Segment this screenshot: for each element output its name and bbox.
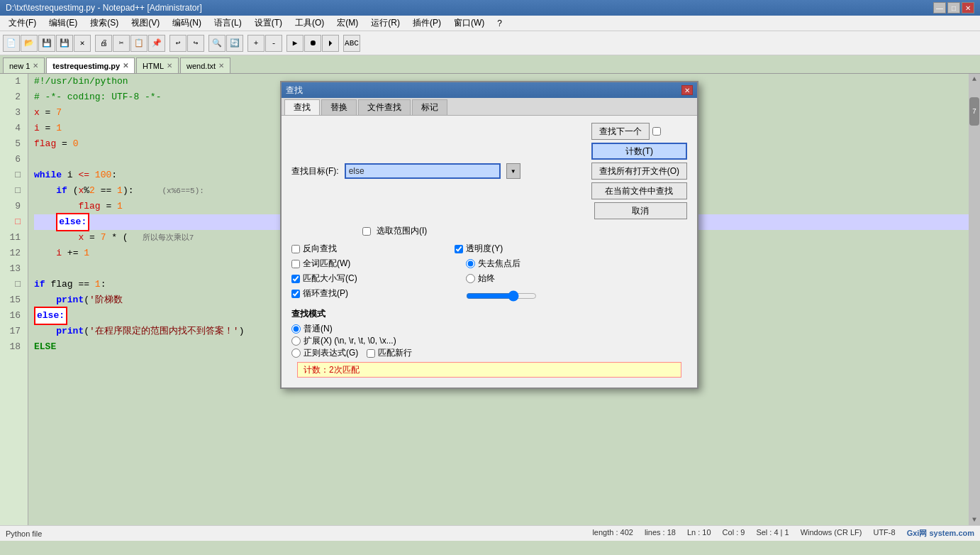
toolbar-save[interactable]: 💾 [38,35,55,52]
line12-1: 1 [84,246,89,261]
toolbar-open[interactable]: 📂 [21,35,38,52]
radio-always[interactable] [466,274,475,283]
line-numbers: 1 2 3 4 5 6 □ □ 9 □ 11 12 13 □ 15 16 17 … [0,74,28,525]
find-all-open-button[interactable]: 查找所有打开文件(O) [591,163,687,180]
tab-new1-close[interactable]: ✕ [33,62,38,70]
line9-indent [34,199,78,214]
radio-lose-focus[interactable] [466,259,475,268]
find-next-button[interactable]: 查找下一个 [591,123,650,140]
select-range-row: 选取范围内(I) [362,225,687,237]
menu-plugins[interactable]: 插件(P) [407,16,447,31]
toolbar-run[interactable]: ▶ [286,35,304,52]
line8-close: ): [123,183,134,199]
line-num-8: □ [0,183,23,199]
menu-search[interactable]: 搜索(S) [84,16,124,31]
toolbar-undo[interactable]: ↩ [169,35,186,52]
select-range-label: 选取范围内(I) [377,225,427,237]
toolbar-close[interactable]: ✕ [74,35,91,52]
minimize-button[interactable]: — [933,2,946,13]
line15-print: print [56,292,84,308]
transparency-slider[interactable] [466,290,537,302]
toolbar-find[interactable]: 🔍 [208,35,225,52]
close-button[interactable]: ✕ [962,2,974,13]
menu-view[interactable]: 视图(V) [126,16,165,31]
backward-label: 反向查找 [303,243,337,255]
always-label: 始终 [478,273,495,285]
editor-area: 1 2 3 4 5 6 □ □ 9 □ 11 12 13 □ 15 16 17 … [0,74,980,525]
status-bar: Python file length : 402 lines : 18 Ln :… [0,525,980,541]
line7-colon: : [111,167,117,183]
line12-op: += [62,246,84,261]
toolbar-save-all[interactable]: 💾 [56,35,73,52]
loop-checkbox[interactable] [291,290,300,298]
count-button[interactable]: 计数(T) [591,143,687,160]
tab-new1[interactable]: new 1 ✕ [3,57,45,73]
backward-checkbox[interactable] [291,245,300,253]
right-buttons: 查找下一个 计数(T) 查找所有打开文件(O) 在当前文件中查找 取消 [591,123,687,219]
radio-extended[interactable] [291,336,301,346]
transparency-checkbox[interactable] [455,245,463,253]
dialog-tab-find[interactable]: 查找 [284,99,320,115]
cancel-button[interactable]: 取消 [594,202,687,219]
menu-encode[interactable]: 编码(N) [167,16,207,31]
dialog-close-button[interactable]: ✕ [681,85,693,95]
toolbar-new[interactable]: 📄 [3,35,20,52]
line-num-10: □ [0,214,23,230]
toolbar-cut[interactable]: ✂ [113,35,130,52]
menu-help[interactable]: ? [491,17,508,30]
menu-macro[interactable]: 宏(M) [331,16,364,31]
line-num-11: 11 [0,230,23,246]
toolbar-zoom-out[interactable]: - [265,35,282,52]
toolbar-macro-play[interactable]: ⏵ [322,35,339,52]
line-num-2: 2 [0,89,23,105]
line-num-16: 16 [0,308,23,324]
dialog-tab-mark[interactable]: 标记 [412,99,447,115]
menu-edit[interactable]: 编辑(E) [43,16,83,31]
toolbar: 📄 📂 💾 💾 ✕ 🖨 ✂ 📋 📌 ↩ ↪ 🔍 🔄 + - ▶ ⏺ ⏵ ABC [0,31,980,55]
lose-focus-row: 失去焦点后 [466,258,537,270]
tab-html-close[interactable]: ✕ [167,62,172,70]
find-next-checkbox[interactable] [652,127,661,136]
ln-label: Ln : 10 [687,528,711,539]
menu-tools[interactable]: 工具(O) [289,16,330,31]
search-input[interactable] [345,163,501,179]
tab-wend[interactable]: wend.txt ✕ [180,57,230,73]
tab-html[interactable]: HTML ✕ [136,57,179,73]
tab-html-label: HTML [143,62,164,70]
dialog-title-bar: 查找 ✕ [282,82,697,98]
toolbar-paste[interactable]: 📌 [148,35,165,52]
search-dropdown[interactable]: ▼ [506,163,520,179]
toolbar-redo[interactable]: ↪ [187,35,204,52]
menu-settings[interactable]: 设置(T) [249,16,288,31]
toolbar-copy[interactable]: 📋 [130,35,147,52]
right-scrollbar[interactable]: ▲ 7 ▼ [969,74,980,525]
tab-testrequestimg-close[interactable]: ✕ [123,62,128,70]
menu-window[interactable]: 窗口(W) [448,16,490,31]
find-in-current-button[interactable]: 在当前文件中查找 [591,182,687,199]
toolbar-macro-rec[interactable]: ⏺ [304,35,321,52]
toolbar-replace[interactable]: 🔄 [226,35,243,52]
select-range-checkbox[interactable] [362,227,371,236]
title-bar: D:\txt\testrequestimg.py - Notepad++ [Ad… [0,0,980,16]
tab-testrequestimg[interactable]: testrequestimg.py ✕ [46,57,135,73]
toolbar-zoom-in[interactable]: + [247,35,265,52]
toolbar-spell[interactable]: ABC [343,35,360,52]
toolbar-print[interactable]: 🖨 [95,35,112,52]
maximize-button[interactable]: □ [947,2,960,13]
menu-lang[interactable]: 语言(L) [208,16,247,31]
lines-label: lines : 18 [645,528,676,539]
whole-word-checkbox[interactable] [291,260,300,268]
tab-wend-close[interactable]: ✕ [218,62,224,70]
line3-eq: = [40,105,56,121]
dialog-tab-file-find[interactable]: 文件查找 [358,99,411,115]
dialog-tab-replace[interactable]: 替换 [321,99,357,115]
match-case-checkbox[interactable] [291,275,300,283]
match-newline-checkbox[interactable] [367,349,375,358]
menu-file[interactable]: 文件(F) [3,16,42,31]
menu-run[interactable]: 运行(R) [365,16,406,31]
radio-regex[interactable] [291,348,301,358]
scrollbar-thumb[interactable]: 7 [969,97,979,126]
radio-normal[interactable] [291,324,301,334]
line16-else: else: [34,307,67,325]
tab-testrequestimg-label: testrequestimg.py [52,62,120,70]
